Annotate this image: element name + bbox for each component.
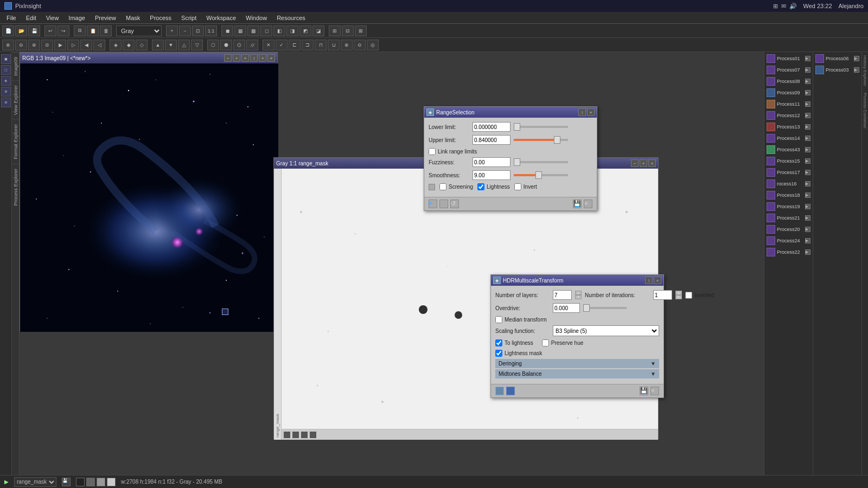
left-icon-1[interactable]: ◼	[1, 54, 11, 64]
hdr-inverted-checkbox[interactable]	[685, 292, 692, 299]
hdr-foot-close[interactable]: ×	[650, 387, 659, 395]
rgb-win-min[interactable]: −	[224, 54, 232, 62]
upper-limit-slider[interactable]	[514, 136, 592, 144]
process-item-19[interactable]: Process19 ▶	[765, 201, 812, 212]
process-btn-19[interactable]: ▶	[805, 204, 810, 209]
process-btn-13[interactable]: ▶	[805, 124, 810, 130]
process-btn-15[interactable]: ▶	[805, 158, 810, 164]
rgb-win-close[interactable]: ×	[241, 54, 249, 62]
process-item-07[interactable]: Process07 ▶	[765, 65, 812, 75]
process-btn-16[interactable]: ▶	[805, 181, 810, 187]
hdr-overdrive-input[interactable]	[553, 303, 580, 313]
rgb-win-max[interactable]: +	[233, 54, 240, 62]
upper-limit-input[interactable]	[473, 135, 510, 145]
hdr-foot-save[interactable]: 💾	[640, 387, 648, 395]
process-item-21[interactable]: Process21 ▶	[765, 213, 812, 223]
menu-view[interactable]: View	[42, 14, 63, 22]
process-item-22[interactable]: Process22 ▶	[765, 247, 812, 258]
rgb-win-pin[interactable]: ↕	[250, 54, 258, 62]
tb-b5[interactable]: ◧	[273, 25, 285, 36]
menu-edit[interactable]: Edit	[22, 14, 41, 22]
process-btn-20[interactable]: ▶	[805, 227, 810, 232]
process-btn-18[interactable]: ▶	[805, 192, 810, 198]
tb-b4[interactable]: ◻	[260, 25, 272, 36]
tb2-b20[interactable]: ✕	[263, 40, 275, 50]
process-item-12[interactable]: Process12 ▶	[765, 110, 812, 121]
process-btn-11[interactable]: ▶	[805, 101, 810, 107]
rgb-window-titlebar[interactable]: RGB 1:3 Image09 | <*new*> − + × ↕ + ×	[20, 53, 277, 63]
gray-win-close[interactable]: ×	[648, 159, 656, 167]
color-mode-select[interactable]: Gray Luminance Red Green Blue	[116, 25, 162, 36]
menu-workspace[interactable]: Workspace	[202, 14, 240, 22]
tb-zoom-fit[interactable]: ⊡	[192, 25, 204, 36]
process-btn-24[interactable]: ▶	[805, 238, 810, 243]
process-btn-03[interactable]: ▶	[854, 67, 859, 73]
hdr-close[interactable]: ×	[654, 277, 661, 284]
screening-checkbox[interactable]	[439, 183, 446, 190]
tb2-b7[interactable]: ◀	[80, 40, 92, 50]
hdr-layers-input[interactable]	[553, 290, 572, 300]
fuzziness-slider[interactable]	[514, 158, 592, 166]
menu-image[interactable]: Image	[64, 14, 90, 22]
tb2-b9[interactable]: ◈	[110, 40, 122, 50]
tb2-b23[interactable]: ⊐	[302, 40, 314, 50]
range-sel-foot-close[interactable]: ×	[584, 200, 592, 208]
tb-open[interactable]: 📂	[15, 25, 27, 36]
hdr-iters-input[interactable]	[653, 290, 672, 300]
gray-win-max[interactable]: +	[640, 159, 647, 167]
process-item-09[interactable]: Process09 ▶	[765, 87, 812, 98]
tb2-b21[interactable]: ✓	[276, 40, 288, 50]
tab-process-explorer[interactable]: Process Explorer	[12, 164, 19, 210]
hdr-overdrive-slider[interactable]	[583, 304, 659, 312]
hdr-titlebar[interactable]: ◈ HDRMultiscaleTransform ↕ ×	[491, 275, 663, 286]
tb-undo[interactable]: ↩	[44, 25, 56, 36]
hdr-to-lightness-checkbox[interactable]	[495, 339, 502, 346]
hdr-layers-spin[interactable]: ▲ ▼	[575, 291, 582, 299]
left-icon-4[interactable]: ⊕	[1, 87, 11, 97]
lower-limit-input[interactable]	[473, 122, 510, 132]
range-selection-titlebar[interactable]: ◈ RangeSelection ↕ ×	[424, 107, 597, 118]
tb-b7[interactable]: ◩	[299, 25, 311, 36]
process-btn-12[interactable]: ▶	[805, 113, 810, 118]
tb-zoom-in[interactable]: +	[166, 25, 178, 36]
menu-window[interactable]: Window	[241, 14, 271, 22]
status-play-icon[interactable]: ▶	[4, 479, 9, 485]
rgb-win-btn2[interactable]: +	[259, 54, 266, 62]
process-btn-43[interactable]: ▶	[805, 147, 810, 152]
tb2-b15[interactable]: ▽	[191, 40, 203, 50]
tb2-b17[interactable]: ⬢	[220, 40, 232, 50]
process-item-15[interactable]: Process15 ▶	[765, 156, 812, 166]
process-item-08[interactable]: Process08 ▶	[765, 76, 812, 87]
lightness-checkbox[interactable]	[477, 183, 484, 190]
tab-process-container[interactable]: Process Container	[862, 89, 868, 132]
tb2-b25[interactable]: ⊔	[328, 40, 340, 50]
menu-resources[interactable]: Resources	[272, 14, 310, 22]
process-item-06[interactable]: Process06 ▶	[814, 53, 860, 64]
tb-delete[interactable]: 🗑	[100, 25, 112, 36]
smoothness-input[interactable]	[473, 170, 510, 180]
fuzziness-input[interactable]	[473, 157, 510, 167]
range-sel-close[interactable]: ×	[587, 108, 595, 116]
tb-redo[interactable]: ↪	[58, 25, 69, 36]
process-btn-21[interactable]: ▶	[805, 215, 810, 221]
menu-script[interactable]: Script	[177, 14, 201, 22]
process-item-14[interactable]: Process14 ▶	[765, 133, 812, 144]
menu-mask[interactable]: Mask	[122, 14, 144, 22]
status-process-select[interactable]: range_mask	[14, 477, 56, 487]
tb-zoom-out[interactable]: −	[179, 25, 191, 36]
process-btn-06[interactable]: ▶	[854, 56, 859, 61]
hdr-layers-up[interactable]: ▲	[575, 291, 582, 295]
hdr-iters-up[interactable]: ▲	[675, 291, 682, 295]
gray-ctrl-2[interactable]	[292, 432, 299, 438]
hdr-layers-down[interactable]: ▼	[575, 295, 582, 299]
tb2-b13[interactable]: ▼	[165, 40, 177, 50]
tb2-b6[interactable]: ▷	[67, 40, 79, 50]
tb-c3[interactable]: ⊠	[355, 25, 367, 36]
hdr-deringing-section[interactable]: Deringing ▼	[495, 359, 659, 368]
tb-b3[interactable]: ▩	[247, 25, 259, 36]
smoothness-slider[interactable]	[514, 171, 592, 179]
tab-view-explorer[interactable]: View Explorer	[12, 80, 19, 119]
tb-b2[interactable]: ▦	[234, 25, 246, 36]
process-item-01[interactable]: Process01 ▶	[765, 53, 812, 64]
tb-b8[interactable]: ◪	[312, 25, 324, 36]
